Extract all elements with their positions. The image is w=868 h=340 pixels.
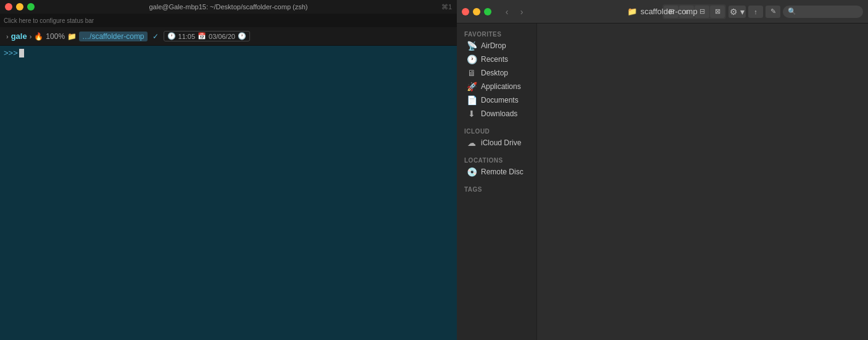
finder-content: Favorites 📡 AirDrop 🕐 Recents 🖥 Desktop …: [457, 23, 868, 340]
finder-maximize-button[interactable]: [484, 8, 491, 15]
terminal-status-bar[interactable]: Click here to configure status bar: [0, 14, 457, 27]
airdrop-icon: 📡: [467, 41, 477, 51]
finder-sidebar: Favorites 📡 AirDrop 🕐 Recents 🖥 Desktop …: [457, 23, 537, 340]
sidebar-remote-disc-label: Remote Disc: [481, 168, 524, 176]
calendar-icon: 📅: [198, 32, 206, 40]
finder-minimize-button[interactable]: [473, 8, 480, 15]
terminal-cursor-line: >>>: [4, 48, 453, 57]
desktop-icon: 🖥: [467, 68, 477, 78]
back-button[interactable]: ‹: [500, 6, 514, 18]
action-button[interactable]: ⚙ ▾: [728, 6, 746, 18]
finder-window: ‹ › ⊞ ≡ ⊟ ⊠ ⚙ ▾ ↑ ✎ 🔍 📁 scaffolder-comp: [457, 0, 868, 340]
tags-label: Tags: [457, 184, 536, 194]
terminal-titlebar: gale@Gale-mbp15: ~/Desktop/scaffolder-co…: [0, 0, 457, 14]
prompt-percent: 100%: [46, 32, 65, 41]
sidebar-applications-label: Applications: [481, 82, 521, 91]
sidebar-item-downloads[interactable]: ⬇ Downloads: [459, 107, 534, 121]
search-box[interactable]: 🔍: [783, 6, 863, 18]
minimize-button[interactable]: [16, 3, 23, 11]
finder-titlebar: ‹ › ⊞ ≡ ⊟ ⊠ ⚙ ▾ ↑ ✎ 🔍 📁 scaffolder-comp: [457, 0, 868, 23]
sidebar-recents-label: Recents: [481, 55, 508, 64]
prompt-time: 11:05: [178, 33, 196, 40]
search-icon: 🔍: [788, 7, 796, 15]
folder-icon: 📁: [627, 7, 637, 16]
terminal-body: >>>: [0, 46, 457, 340]
sidebar-item-icloud-drive[interactable]: ☁ iCloud Drive: [459, 136, 534, 150]
finder-main: [537, 23, 868, 340]
prompt-chevron-icon: ›: [6, 33, 9, 40]
sidebar-documents-label: Documents: [481, 96, 519, 104]
cursor-block: [19, 49, 24, 57]
prompt-flame-icon: 🔥: [34, 32, 43, 41]
documents-icon: 📄: [467, 95, 477, 105]
share-button[interactable]: ↑: [748, 6, 763, 18]
locations-label: Locations: [457, 155, 536, 165]
close-button[interactable]: [5, 3, 12, 11]
prompt-date: 03/06/20: [209, 33, 235, 40]
view-gallery-button[interactable]: ⊠: [710, 6, 725, 18]
sidebar-item-airdrop[interactable]: 📡 AirDrop: [459, 39, 534, 53]
forward-button[interactable]: ›: [515, 6, 528, 18]
maximize-button[interactable]: [27, 3, 35, 11]
remote-disc-icon: 💿: [467, 167, 477, 177]
finder-title-text: scaffolder-comp: [640, 7, 697, 16]
prompt-path: …/scaffolder-comp: [79, 32, 147, 41]
terminal-traffic-lights: [5, 3, 35, 11]
downloads-icon: ⬇: [467, 109, 477, 119]
prompt-check-icon: ✓: [152, 32, 159, 41]
prompt-time-trailing: 🕐: [238, 32, 246, 40]
finder-nav-buttons: ‹ ›: [500, 6, 528, 18]
terminal-prompt-bar: › gale › 🔥 100% 📁 …/scaffolder-comp ✓ 🕐 …: [0, 27, 457, 46]
edit-tags-button[interactable]: ✎: [766, 6, 780, 18]
sidebar-item-recents[interactable]: 🕐 Recents: [459, 53, 534, 66]
cursor-prompt: >>>: [4, 48, 18, 57]
sidebar-downloads-label: Downloads: [481, 109, 517, 118]
prompt-time-block: 🕐 11:05 📅 03/06/20 🕐: [164, 31, 250, 41]
sidebar-icloud-drive-label: iCloud Drive: [481, 138, 521, 147]
clock-icon: 🕐: [167, 32, 176, 40]
icloud-label: iCloud: [457, 125, 536, 136]
sidebar-desktop-label: Desktop: [481, 69, 508, 77]
sidebar-item-documents[interactable]: 📄 Documents: [459, 93, 534, 107]
terminal-shortcut: ⌘1: [441, 3, 452, 11]
prompt-chevron-2: ›: [30, 33, 32, 40]
prompt-folder-icon: 📁: [67, 32, 77, 41]
finder-close-button[interactable]: [462, 8, 469, 15]
sidebar-airdrop-label: AirDrop: [481, 41, 506, 50]
finder-traffic-lights: [462, 8, 491, 15]
sidebar-item-remote-disc[interactable]: 💿 Remote Disc: [459, 165, 534, 179]
terminal-window: gale@Gale-mbp15: ~/Desktop/scaffolder-co…: [0, 0, 457, 340]
finder-window-title: 📁 scaffolder-comp: [627, 7, 697, 16]
sidebar-item-desktop[interactable]: 🖥 Desktop: [459, 66, 534, 80]
status-bar-text: Click here to configure status bar: [4, 17, 94, 24]
terminal-title: gale@Gale-mbp15: ~/Desktop/scaffolder-co…: [149, 3, 307, 11]
icloud-drive-icon: ☁: [467, 138, 477, 148]
sidebar-item-applications[interactable]: 🚀 Applications: [459, 80, 534, 93]
recents-icon: 🕐: [467, 54, 477, 64]
favorites-label: Favorites: [457, 28, 536, 39]
prompt-username: gale: [11, 32, 27, 41]
applications-icon: 🚀: [467, 82, 477, 91]
